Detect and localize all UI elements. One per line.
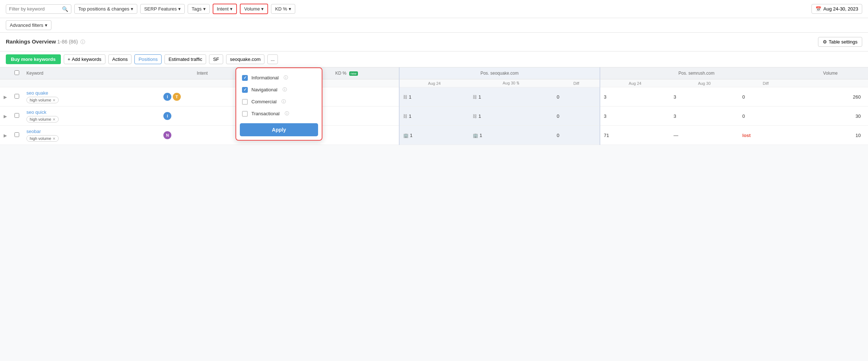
- info-icon: ⓘ: [284, 75, 288, 81]
- chevron-down-icon: ▾: [203, 6, 206, 12]
- pos-sem-diff: 0: [742, 94, 745, 100]
- action-row: Buy more keywords + Add keywords Actions…: [0, 51, 868, 67]
- search-box: 🔍: [6, 4, 71, 14]
- table-settings-button[interactable]: ⚙ Table settings: [818, 37, 863, 47]
- subheader-aug30-seo: Aug 30 ⇅: [469, 79, 553, 87]
- intent-navigational-item[interactable]: Navigational ⓘ: [236, 84, 322, 96]
- section-title-group: Rankings Overview 1-86 (86) ⓘ: [6, 38, 85, 45]
- domain-label: seoquake.com: [230, 57, 261, 62]
- intent-commercial-item[interactable]: Commercial ⓘ: [236, 96, 322, 108]
- pos-sem-diff: lost: [742, 133, 751, 138]
- more-icon: ...: [271, 57, 275, 62]
- tags-filter[interactable]: Tags ▾: [188, 4, 209, 14]
- kd-filter[interactable]: KD % ▾: [271, 4, 295, 14]
- intent-informational-item[interactable]: Informational ⓘ: [236, 72, 322, 84]
- intent-filter[interactable]: Intent ▾: [213, 4, 237, 14]
- informational-checkbox[interactable]: [242, 75, 248, 81]
- calendar-icon: 📅: [815, 6, 821, 12]
- navigational-checkbox[interactable]: [242, 87, 248, 93]
- table-container: Keyword Intent SF KD % new Pos. seoquake…: [0, 67, 868, 145]
- expand-icon[interactable]: ▶: [4, 114, 7, 119]
- top-positions-filter[interactable]: Top positions & changes ▾: [74, 4, 137, 14]
- subheader-aug24-sem: Aug 24: [600, 79, 670, 87]
- advanced-filters-btn[interactable]: Advanced filters ▾: [6, 20, 51, 30]
- tag-remove-icon[interactable]: ✕: [53, 98, 55, 102]
- tag-badge: high volume ✕: [26, 135, 59, 142]
- buy-more-keywords-button[interactable]: Buy more keywords: [6, 54, 61, 64]
- subheader-aug30-sem: Aug 30: [670, 79, 739, 87]
- pos-sem-aug30-cell: 3: [670, 107, 739, 126]
- pos-sem-diff-cell: 0: [739, 107, 793, 126]
- transactional-checkbox[interactable]: [242, 111, 248, 117]
- rankings-title: Rankings Overview: [6, 38, 56, 45]
- intent-cell: N: [160, 126, 245, 145]
- row-expand-cell: ▶: [0, 126, 11, 145]
- rankings-table: Keyword Intent SF KD % new Pos. seoquake…: [0, 67, 868, 145]
- row-checkbox[interactable]: [14, 132, 19, 137]
- keyword-link[interactable]: seo quick: [26, 109, 46, 115]
- pos-seo-aug30: 1: [480, 133, 482, 138]
- rankings-count: 1-86 (86): [57, 39, 78, 45]
- commercial-checkbox[interactable]: [242, 99, 248, 105]
- col-pos-seoquake: Pos. seoquake.com: [399, 67, 600, 79]
- toolbar: 🔍 Top positions & changes ▾ SERP Feature…: [0, 0, 868, 18]
- pos-sem-aug30: —: [673, 133, 678, 138]
- pos-seo-diff-cell: 0: [553, 87, 600, 107]
- tab-sf[interactable]: SF: [209, 54, 223, 64]
- link-icon: ⛓: [473, 114, 477, 119]
- sf-tab-label: SF: [213, 57, 219, 62]
- info-icon: ⓘ: [281, 99, 286, 105]
- serp-features-filter[interactable]: SERP Features ▾: [140, 4, 185, 14]
- pos-seo-aug30-cell: 🏢 1: [469, 126, 553, 145]
- date-picker[interactable]: 📅 Aug 24-30, 2023: [811, 4, 862, 14]
- row-checkbox[interactable]: [14, 94, 19, 99]
- keyword-cell: seobar high volume ✕: [23, 126, 160, 145]
- expand-icon[interactable]: ▶: [4, 95, 7, 100]
- row-checkbox[interactable]: [14, 113, 19, 118]
- tab-positions[interactable]: Positions: [134, 54, 162, 64]
- intent-badge-i: I: [163, 93, 171, 101]
- intent-cell: I: [160, 107, 245, 126]
- pos-sem-diff: 0: [742, 113, 745, 119]
- info-icon: ⓘ: [283, 87, 287, 93]
- add-keywords-button[interactable]: + Add keywords: [64, 54, 105, 64]
- tag-badge: high volume ✕: [26, 97, 59, 103]
- col-checkbox: [11, 67, 23, 79]
- chevron-down-icon: ▾: [45, 22, 47, 28]
- apply-button[interactable]: Apply: [240, 123, 318, 136]
- pos-sem-aug24-cell: 71: [600, 126, 670, 145]
- intent-transactional-item[interactable]: Transactional ⓘ: [236, 108, 322, 120]
- tab-estimated-traffic[interactable]: Estimated traffic: [164, 54, 206, 64]
- search-icon: 🔍: [62, 6, 68, 12]
- kd-label: KD %: [275, 6, 287, 12]
- col-keyword: Keyword: [23, 67, 160, 79]
- tag-remove-icon[interactable]: ✕: [53, 117, 55, 121]
- col-expand: [0, 67, 11, 79]
- intent-label: Intent: [217, 6, 229, 12]
- keyword-link[interactable]: seo quake: [26, 90, 48, 96]
- gear-icon: ⚙: [823, 39, 827, 45]
- search-input[interactable]: [9, 6, 60, 12]
- volume-filter[interactable]: Volume ▾: [240, 4, 268, 14]
- intent-dropdown: Informational ⓘ Navigational ⓘ Commercia…: [235, 67, 322, 141]
- domain-tab[interactable]: seoquake.com: [226, 54, 265, 64]
- row-checkbox-cell: [11, 107, 23, 126]
- more-options-button[interactable]: ...: [267, 54, 278, 64]
- pos-seo-diff: 0: [557, 113, 559, 119]
- keyword-link[interactable]: seobar: [26, 129, 41, 134]
- actions-button[interactable]: Actions: [108, 54, 132, 64]
- traffic-tab-label: Estimated traffic: [168, 57, 202, 62]
- subheader-aug24-seo: Aug 24: [399, 79, 469, 87]
- pos-seo-aug24-cell: 🏢 1: [399, 126, 469, 145]
- link-icon: ⛓: [403, 114, 408, 119]
- pos-seo-aug24: 1: [409, 94, 411, 100]
- pos-seo-aug30-cell: ⛓ 1: [469, 87, 553, 107]
- tag-label: high volume: [30, 117, 51, 121]
- tag-remove-icon[interactable]: ✕: [53, 137, 55, 141]
- table-row: ▶ seobar high volume ✕ N ⊞: [0, 126, 868, 145]
- pos-sem-aug24: 71: [604, 133, 609, 138]
- info-icon: ⓘ: [285, 111, 289, 117]
- pos-sem-diff-cell: 0: [739, 87, 793, 107]
- expand-icon[interactable]: ▶: [4, 133, 7, 138]
- select-all-checkbox[interactable]: [14, 70, 19, 75]
